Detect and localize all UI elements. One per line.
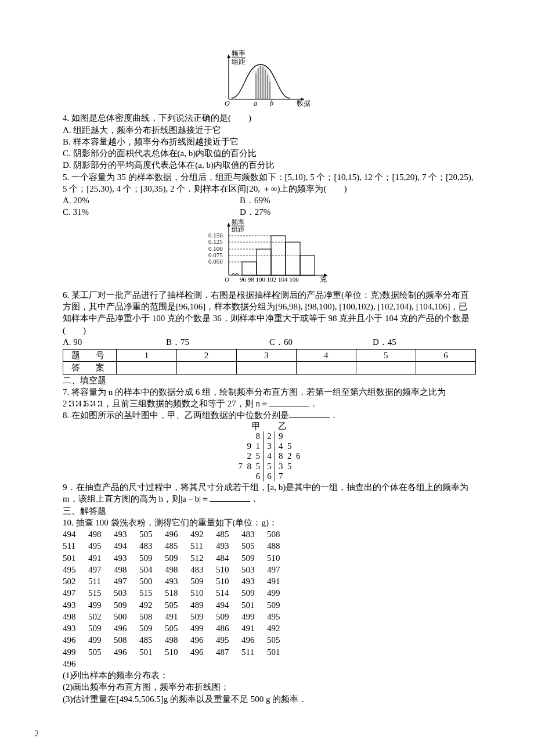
q4-optD: D. 阴影部分的平均高度代表总体在(a, b)内取值的百分比 [63, 159, 476, 171]
q10-p1: (1)列出样本的频率分布表； [63, 669, 476, 681]
data-cell: 495 [216, 634, 241, 646]
q10-p3: (3)估计重量在[494.5,506.5]g 的频率以及重量不足 500 g 的… [63, 693, 476, 705]
leaf-right: 8 2 6 [275, 451, 325, 461]
q7-line1: 7. 将容量为 n 的样本中的数据分成 6 组，绘制频率分布直方图．若第一组至第… [63, 386, 476, 398]
row-header: 答 案 [63, 362, 117, 374]
data-row: 499505496501510496487511501 [63, 646, 476, 658]
data-cell: 505 [267, 634, 293, 646]
data-cell: 499 [190, 622, 216, 634]
data-cell: 488 [267, 540, 293, 552]
q10-p2: (2)画出频率分布直方图，频率分布折线图； [63, 681, 476, 693]
svg-text:组距: 组距 [232, 226, 244, 233]
data-cell: 498 [63, 611, 88, 622]
data-cell: 511 [88, 575, 114, 587]
data-cell: 503 [241, 564, 267, 575]
q4-optC: C. 阴影部分的面积代表总体在(a, b)内取值的百分比 [63, 147, 476, 159]
q6-optB: B．75 [166, 336, 269, 348]
blank-input[interactable] [289, 410, 330, 419]
page-number: 2 [35, 729, 39, 740]
data-cell: 511 [190, 540, 216, 552]
answer-cell[interactable] [296, 362, 356, 374]
data-cell: 496 [165, 528, 190, 540]
data-cell: 494 [216, 599, 241, 611]
data-cell: 498 [114, 564, 139, 575]
blank-input[interactable] [269, 398, 309, 407]
data-cell: 492 [139, 599, 165, 611]
data-row: 511495494483485511493505488 [63, 540, 476, 552]
stem-leaf-row: 667 [63, 471, 476, 481]
q6-figure: 0.150 0.125 0.100 0.075 0.050 频率 组距 O 96… [63, 218, 476, 288]
q4-optA: A. 组距越大，频率分布折线图越接近于它 [63, 124, 476, 136]
data-cell: 500 [114, 611, 139, 622]
data-cell: 485 [165, 540, 190, 552]
data-cell: 496 [63, 658, 88, 669]
col-num: 5 [356, 350, 416, 362]
data-cell: 496 [190, 634, 216, 646]
data-cell: 511 [63, 540, 88, 552]
stem: 2 [264, 431, 275, 441]
data-cell: 503 [114, 587, 139, 599]
data-cell: 502 [88, 611, 114, 622]
data-cell: 505 [165, 599, 190, 611]
data-cell: 499 [88, 599, 114, 611]
leaf-right: 4 5 [275, 441, 325, 451]
svg-text:O: O [225, 276, 229, 283]
data-cell: 498 [165, 634, 190, 646]
answer-cell[interactable] [416, 362, 475, 374]
data-cell: 493 [63, 622, 88, 634]
q9-stem-post: ． [250, 494, 259, 503]
data-cell: 496 [114, 622, 139, 634]
answer-cell[interactable] [236, 362, 296, 374]
svg-text:数据: 数据 [297, 99, 311, 107]
data-cell: 497 [267, 564, 293, 575]
q6-stem: 6. 某工厂对一批产品进行了抽样检测．右图是根据抽样检测后的产品净重(单位：克)… [63, 289, 476, 336]
leaf-right: 3 5 [275, 462, 325, 471]
svg-text:克: 克 [320, 275, 327, 283]
leaf-right: 9 [275, 431, 325, 441]
data-cell: 502 [63, 575, 88, 587]
data-cell: 509 [241, 587, 267, 599]
q7-line2: 2∶3∶4∶6∶4∶1，且前三组数据的频数之和等于 27，则 n＝． [63, 398, 476, 409]
data-cell: 509 [216, 611, 241, 622]
data-cell: 486 [216, 622, 241, 634]
data-cell: 495 [88, 540, 114, 552]
data-row: 494498493505496492485483508 [63, 528, 476, 540]
svg-text:96 98 100 102 104 106: 96 98 100 102 104 106 [240, 276, 299, 283]
data-cell: 493 [241, 575, 267, 587]
data-cell: 504 [139, 564, 165, 575]
answer-cell[interactable] [117, 362, 176, 374]
data-cell: 509 [190, 575, 216, 587]
leaf-left: 9 1 [214, 441, 264, 451]
data-cell: 487 [216, 646, 241, 658]
data-row: 498502500508491509509499495 [63, 611, 476, 622]
answer-cell[interactable] [356, 362, 416, 374]
leaf-left: 2 5 [214, 451, 264, 461]
data-cell: 500 [139, 575, 165, 587]
data-cell: 505 [139, 528, 165, 540]
data-row: 493499509492505489494501509 [63, 599, 476, 611]
svg-text:频率: 频率 [232, 50, 246, 57]
data-cell: 501 [267, 646, 293, 658]
data-cell: 491 [241, 622, 267, 634]
stem: 5 [264, 462, 275, 471]
stem: 6 [264, 471, 275, 481]
data-cell: 510 [165, 646, 190, 658]
q10-data-grid: 4944984935054964924854835085114954944834… [63, 528, 476, 669]
svg-text:a: a [254, 99, 257, 107]
data-cell: 485 [139, 634, 165, 646]
answer-cell[interactable] [176, 362, 236, 374]
data-cell: 493 [165, 575, 190, 587]
data-cell: 509 [267, 599, 293, 611]
leaf-right: 7 [275, 471, 325, 481]
data-cell: 492 [267, 622, 293, 634]
blank-input[interactable] [210, 494, 250, 502]
data-cell: 483 [190, 564, 216, 575]
data-cell: 491 [88, 552, 114, 564]
data-cell: 493 [114, 528, 139, 540]
histogram-svg: 0.150 0.125 0.100 0.075 0.050 频率 组距 O 96… [197, 218, 342, 285]
data-cell: 496 [190, 646, 216, 658]
data-cell: 499 [63, 646, 88, 658]
data-cell: 509 [165, 552, 190, 564]
q7-line2-post: ． [309, 399, 318, 408]
data-cell: 491 [165, 611, 190, 622]
